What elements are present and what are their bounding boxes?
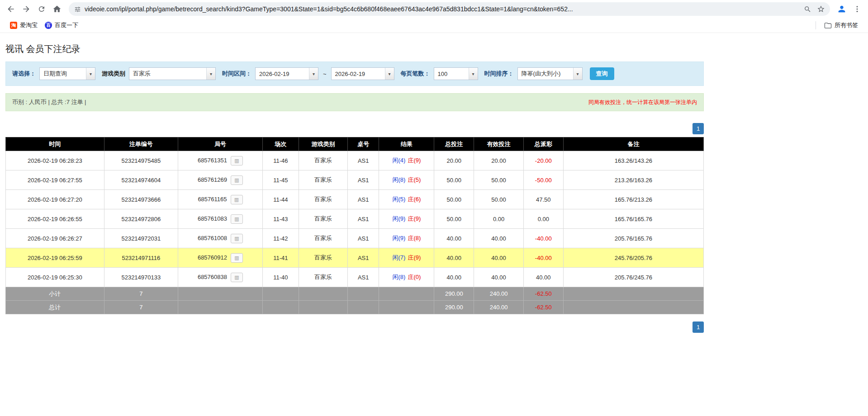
date-from-picker[interactable]: 2026-02-19 ▾: [255, 67, 318, 80]
view-cards-button[interactable]: ▥: [231, 175, 243, 185]
cell-round-id: 685761008▥: [178, 229, 263, 248]
address-bar[interactable]: videoie.com/ipl/portal.php/game/betrecor…: [69, 2, 830, 16]
table-row: 2026-02-19 06:25:30 523214970133 6857608…: [6, 268, 704, 287]
refresh-button[interactable]: [34, 2, 49, 16]
cell-valid-bet: 50.00: [474, 170, 524, 190]
cell-game-type: 百家乐: [299, 229, 348, 248]
date-to-picker[interactable]: 2026-02-19 ▾: [331, 67, 394, 80]
cell-round-id: 685761351▥: [178, 151, 263, 170]
valid-bet-notice: 同局有效投注，统一计算在该局第一张注单内: [588, 99, 697, 106]
total-count: 7: [104, 301, 178, 314]
game-type-label: 游戏类别: [102, 70, 125, 78]
cell-round-id: 685761165▥: [178, 190, 263, 209]
cell-valid-bet: 0.00: [474, 209, 524, 229]
page-size-combo[interactable]: 100 ▾: [434, 67, 478, 80]
summary-bar: 币别 : 人民币 | 总共 :7 注单 | 同局有效投注，统一计算在该局第一张注…: [5, 93, 704, 111]
cell-session: 11-44: [262, 190, 299, 209]
round-id-text: 685761083: [198, 215, 227, 222]
bookmark-star-icon[interactable]: [815, 3, 827, 15]
page-1-button[interactable]: 1: [693, 321, 704, 333]
cell-table-no: AS1: [348, 170, 379, 190]
subtotal-row: 小计 7 290.00 240.00 -62.50: [6, 287, 704, 301]
round-id-text: 685760912: [198, 254, 227, 260]
bookmark-label: 百度一下: [55, 21, 78, 29]
cell-valid-bet: 20.00: [474, 151, 524, 170]
query-type-value: 日期查询: [40, 68, 86, 80]
browser-menu-icon[interactable]: [850, 2, 864, 16]
total-total-bet: 290.00: [434, 301, 474, 314]
view-cards-button[interactable]: ▥: [231, 195, 243, 204]
game-type-value: 百家乐: [129, 68, 206, 80]
cell-result: 闲(9)庄(9): [379, 209, 434, 229]
result-player: 闲(9): [393, 215, 406, 222]
home-button[interactable]: [50, 2, 64, 16]
cell-remark: 165.76/213.26: [563, 190, 703, 209]
view-cards-button[interactable]: ▥: [231, 234, 243, 243]
cell-table-no: AS1: [348, 248, 379, 268]
table-header-row: 时间 注单编号 局号 场次 游戏类别 桌号 结果 总投注 有效投注 总派彩 备注: [6, 137, 704, 151]
toolbar-right: [835, 2, 864, 16]
cell-valid-bet: 40.00: [474, 248, 524, 268]
pagination-top: 1: [5, 123, 704, 134]
result-banker: 庄(0): [408, 274, 421, 280]
cell-total-bet: 50.00: [434, 170, 474, 190]
pagination-bottom: 1: [5, 321, 704, 346]
cell-remark: 205.76/165.76: [563, 229, 703, 248]
cell-payout: -40.00: [523, 229, 563, 248]
cell-table-no: AS1: [348, 229, 379, 248]
sort-order-combo[interactable]: 降幂(由大到小) ▾: [517, 67, 583, 80]
refresh-icon: [38, 5, 46, 13]
page-1-button[interactable]: 1: [693, 123, 704, 134]
page-size-value: 100: [434, 68, 469, 80]
view-cards-button[interactable]: ▥: [231, 156, 243, 165]
cards-icon: ▥: [234, 217, 239, 222]
cell-result: 闲(5)庄(6): [379, 190, 434, 209]
game-type-combo[interactable]: 百家乐 ▾: [129, 67, 216, 80]
result-banker: 庄(9): [408, 254, 421, 261]
cell-total-bet: 20.00: [434, 151, 474, 170]
cell-payout: 0.00: [523, 209, 563, 229]
cell-payout: 40.00: [523, 268, 563, 287]
view-cards-button[interactable]: ▥: [231, 253, 243, 263]
view-cards-button[interactable]: ▥: [231, 273, 243, 282]
query-type-combo[interactable]: 日期查询 ▾: [39, 67, 95, 80]
bookmark-baidu[interactable]: 百 百度一下: [41, 19, 82, 31]
cell-time: 2026-02-19 06:28:23: [6, 151, 104, 170]
bookmark-aitaobao[interactable]: 淘 爱淘宝: [6, 19, 41, 31]
back-button[interactable]: [4, 2, 18, 16]
header-result: 结果: [379, 137, 434, 151]
cell-game-type: 百家乐: [299, 209, 348, 229]
chevron-down-icon[interactable]: ▾: [573, 68, 582, 80]
cell-time: 2026-02-19 06:26:27: [6, 229, 104, 248]
cards-icon: ▥: [234, 255, 239, 260]
url-text[interactable]: videoie.com/ipl/portal.php/game/betrecor…: [85, 5, 801, 13]
site-info-icon[interactable]: [74, 6, 81, 13]
chevron-down-icon[interactable]: ▾: [469, 68, 478, 80]
chevron-down-icon[interactable]: ▾: [385, 68, 394, 80]
view-cards-button[interactable]: ▥: [231, 214, 243, 224]
all-bookmarks-button[interactable]: 所有书签: [821, 19, 862, 31]
date-from-value: 2026-02-19: [256, 68, 309, 80]
browser-toolbar: videoie.com/ipl/portal.php/game/betrecor…: [0, 0, 868, 18]
header-session: 场次: [262, 137, 299, 151]
total-label: 总计: [6, 301, 104, 314]
header-remark: 备注: [563, 137, 703, 151]
bookmarks-separator: [816, 21, 816, 29]
cell-total-bet: 50.00: [434, 209, 474, 229]
query-button[interactable]: 查询: [590, 67, 614, 80]
currency-total-text: 币别 : 人民币 | 总共 :7 注单 |: [12, 98, 86, 106]
subtotal-payout: -62.50: [523, 287, 563, 301]
chevron-down-icon[interactable]: ▾: [86, 68, 95, 80]
result-player: 闲(9): [393, 235, 406, 241]
chevron-down-icon[interactable]: ▾: [206, 68, 215, 80]
cell-bet-id: 523214972031: [104, 229, 178, 248]
cell-time: 2026-02-19 06:25:59: [6, 248, 104, 268]
cell-payout: 47.50: [523, 190, 563, 209]
forward-button[interactable]: [19, 2, 33, 16]
profile-avatar[interactable]: [835, 2, 849, 16]
chevron-down-icon[interactable]: ▾: [309, 68, 318, 80]
zoom-icon[interactable]: [801, 3, 814, 15]
result-banker: 庄(6): [408, 196, 421, 203]
cell-time: 2026-02-19 06:26:55: [6, 209, 104, 229]
result-player: 闲(8): [393, 176, 406, 183]
